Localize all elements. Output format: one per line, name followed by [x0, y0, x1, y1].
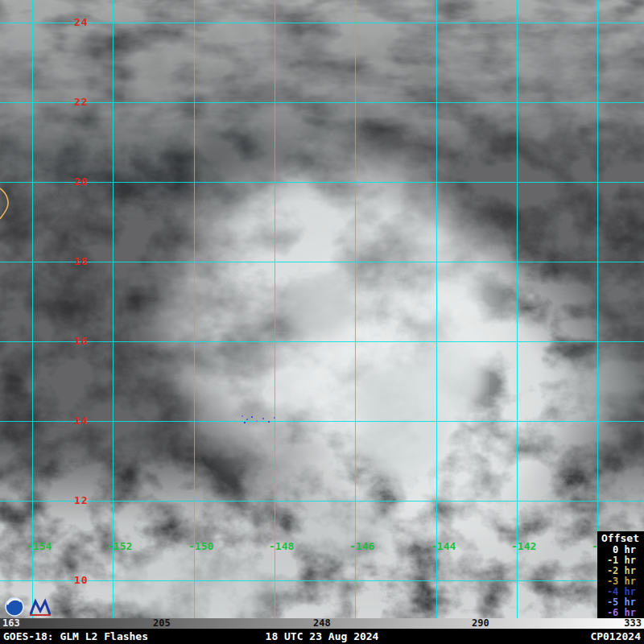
timestamp: 18 UTC 23 Aug 2024 — [266, 629, 379, 644]
grid-line-horizontal — [0, 262, 644, 262]
satellite-image: 24 22 20 18 16 14 12 10 -154 -152 -150 -… — [0, 0, 644, 618]
colorbar-tick-label: 163 — [2, 618, 20, 629]
product-code: CP012024 — [590, 629, 641, 644]
colorbar-tick-label: 333 — [624, 618, 642, 629]
grid-line-vertical — [355, 0, 356, 618]
lat-label: 18 — [74, 255, 89, 267]
lat-label: 24 — [74, 16, 89, 28]
legend-title: Offset — [597, 532, 644, 545]
grid-line-horizontal — [0, 501, 644, 502]
grid-line-horizontal — [0, 580, 644, 581]
offset-legend: Offset 0 hr -1 hr -2 hr -3 hr -4 hr -5 h… — [597, 531, 644, 618]
colorbar-tick-label: 248 — [313, 618, 331, 629]
grid-line-vertical — [113, 0, 114, 618]
lon-label: -146 — [349, 540, 374, 552]
letters-logo-icon — [30, 601, 51, 615]
lat-label: 20 — [74, 175, 89, 188]
lat-label: 22 — [74, 96, 89, 108]
colorbar-tick-label: 205 — [153, 618, 171, 629]
grid-line-horizontal — [0, 182, 644, 183]
brightness-colorbar: 163 205 248 290 333 — [0, 618, 644, 629]
satellite-clouds-layer — [0, 0, 644, 618]
grid-line-vertical — [194, 0, 195, 618]
lon-label: -148 — [269, 540, 294, 552]
lon-label: -152 — [107, 540, 132, 552]
lat-label: 14 — [74, 415, 89, 427]
lat-label: 10 — [74, 574, 89, 586]
lat-label: 16 — [74, 335, 89, 347]
grid-line-vertical — [275, 0, 275, 618]
colorbar-tick-label: 290 — [472, 618, 489, 629]
status-bar: GOES-18: GLM L2 Flashes 18 UTC 23 Aug 20… — [0, 629, 644, 644]
lat-label: 12 — [74, 494, 89, 506]
globe-logo-icon — [6, 598, 23, 616]
grid-line-horizontal — [0, 102, 644, 103]
grid-line-vertical — [436, 0, 437, 618]
lon-label: -150 — [188, 540, 213, 552]
lon-label: -154 — [27, 540, 52, 552]
grid-line-vertical — [597, 0, 598, 618]
grid-line-horizontal — [0, 341, 644, 342]
grid-line-vertical — [517, 0, 518, 618]
satellite-viewer: 24 22 20 18 16 14 12 10 -154 -152 -150 -… — [0, 0, 644, 644]
product-title: GOES-18: GLM L2 Flashes — [3, 629, 148, 644]
grid-line-horizontal — [0, 23, 644, 23]
lon-label: -142 — [511, 540, 536, 552]
grid-line-vertical — [32, 0, 33, 618]
grid-line-horizontal — [0, 421, 644, 422]
agency-logos — [3, 596, 68, 618]
lon-label: -144 — [431, 540, 456, 552]
